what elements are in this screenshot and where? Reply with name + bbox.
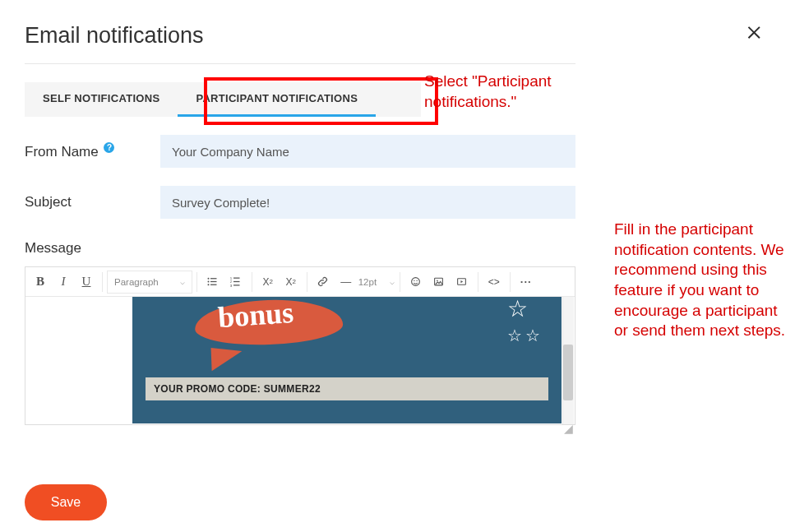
emoji-button[interactable] [405, 271, 427, 294]
svg-point-2 [208, 284, 210, 285]
superscript-button[interactable]: X2 [280, 271, 302, 294]
annotation-text-1: Select "Participant notifications." [424, 72, 572, 112]
source-code-button[interactable]: <> [483, 271, 505, 294]
tab-self-notifications[interactable]: SELF NOTIFICATIONS [25, 82, 178, 117]
from-name-field[interactable] [160, 135, 575, 168]
annotation-text-2: Fill in the participant notification con… [614, 220, 787, 341]
chevron-down-icon: ⌵ [180, 277, 185, 286]
speech-bubble: bonus [195, 300, 351, 356]
bold-button[interactable]: B [30, 271, 51, 294]
numbered-list-button[interactable]: 123 [225, 271, 247, 294]
svg-rect-3 [210, 278, 217, 279]
svg-rect-11 [233, 285, 240, 285]
save-button[interactable]: Save [25, 484, 107, 520]
svg-rect-4 [210, 281, 217, 282]
divider [25, 63, 575, 64]
editor-toolbar: B I U Paragraph⌵ 123 X2 X2 [25, 267, 575, 297]
page-title: Email notifications [25, 23, 770, 49]
promo-code-box: YOUR PROMO CODE: SUMMER22 [146, 377, 548, 400]
email-card: bonus ☆☆☆ YOUR PROMO CODE: SUMMER22 [132, 297, 562, 423]
svg-point-1 [208, 281, 210, 283]
star-icons: ☆☆☆ [506, 297, 542, 347]
image-button[interactable] [428, 271, 450, 294]
from-name-label: From Name ? [25, 142, 160, 160]
close-icon[interactable] [746, 23, 764, 44]
italic-button[interactable]: I [53, 271, 74, 294]
editor-body[interactable]: bonus ☆☆☆ YOUR PROMO CODE: SUMMER22 [25, 297, 575, 424]
bullet-list-button[interactable] [202, 271, 224, 294]
help-icon[interactable]: ? [104, 142, 114, 153]
link-button[interactable] [312, 271, 334, 294]
svg-point-0 [208, 278, 210, 280]
message-label: Message [25, 240, 575, 257]
more-button[interactable]: ··· [515, 271, 537, 294]
svg-point-13 [414, 280, 414, 281]
svg-rect-9 [233, 278, 240, 279]
horizontal-rule-button[interactable]: — [335, 271, 357, 294]
rich-text-editor: B I U Paragraph⌵ 123 X2 X2 [25, 266, 575, 425]
font-size-select[interactable]: 12pt⌵ [358, 271, 395, 294]
svg-rect-5 [210, 285, 217, 285]
chevron-down-icon: ⌵ [390, 277, 395, 286]
editor-scrollbar[interactable] [562, 297, 574, 424]
tab-bar: SELF NOTIFICATIONS PARTICIPANT NOTIFICAT… [25, 82, 421, 117]
svg-text:3: 3 [230, 284, 233, 288]
tab-participant-notifications[interactable]: PARTICIPANT NOTIFICATIONS [178, 82, 376, 117]
block-format-select[interactable]: Paragraph⌵ [107, 271, 192, 294]
media-button[interactable] [451, 271, 473, 294]
subject-label: Subject [25, 194, 160, 210]
svg-point-12 [412, 278, 420, 286]
scrollbar-thumb[interactable] [563, 345, 573, 400]
resize-grip-icon[interactable]: ◢ [564, 422, 577, 435]
svg-point-14 [417, 280, 418, 281]
svg-rect-10 [233, 281, 240, 282]
underline-button[interactable]: U [76, 271, 97, 294]
subscript-button[interactable]: X2 [257, 271, 279, 294]
svg-point-16 [437, 280, 438, 282]
subject-field[interactable] [160, 186, 575, 219]
